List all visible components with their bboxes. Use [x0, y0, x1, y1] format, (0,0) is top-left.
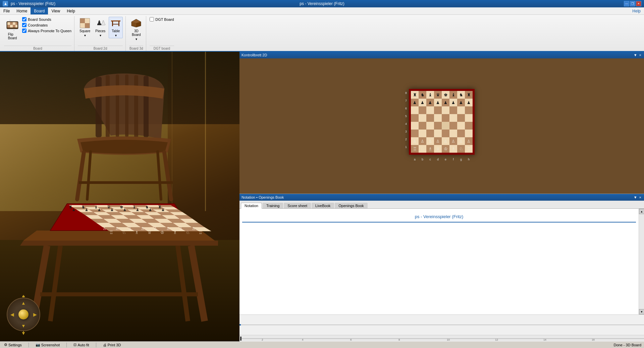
- ribbon-group-dgt-content: DGT Board: [150, 17, 174, 45]
- pieces-button[interactable]: ♟ ♙ Pieces ▾: [93, 17, 107, 38]
- board-sounds-checkbox[interactable]: Board Sounds: [22, 17, 71, 22]
- svg-text:4: 4: [302, 338, 304, 341]
- board-sounds-input[interactable]: [22, 17, 26, 21]
- notation-minimize-btn[interactable]: ▼: [633, 195, 638, 199]
- tab-livebook[interactable]: LiveBook: [312, 203, 334, 208]
- svg-text:♟: ♟: [110, 208, 114, 212]
- nav-plus-button[interactable]: +: [22, 330, 25, 336]
- svg-text:♙: ♙: [179, 226, 183, 231]
- menu-file[interactable]: File: [0, 7, 13, 14]
- tab-score-sheet[interactable]: Score sheet: [284, 203, 311, 208]
- screenshot-button[interactable]: 📷 Screenshot: [34, 343, 61, 347]
- svg-rect-30: [134, 75, 138, 137]
- nav-left-button[interactable]: ◀: [9, 311, 15, 317]
- ribbon-group-board3d-label: Board 3d: [129, 46, 143, 51]
- ribbon-group-dgt: DGT Board DGT board: [147, 16, 176, 51]
- menu-help[interactable]: Help: [63, 7, 78, 14]
- board-2d-container: 8 7 6 5 4 3 2 1 ♜ ♞: [239, 58, 644, 194]
- evaluation-graph: 2 4 6 8 10 12 14 16: [239, 314, 644, 341]
- auto-fit-icon: ⊡: [73, 343, 76, 347]
- menu-home[interactable]: Home: [13, 7, 31, 14]
- 3dboard-icon: [131, 18, 142, 29]
- svg-text:♟: ♟: [136, 208, 139, 212]
- close-button[interactable]: ✕: [636, 1, 641, 6]
- notation-header-btns: ▼ ×: [633, 195, 642, 199]
- notation-game-title: ps - Vereinsspieler (Fritz): [242, 211, 636, 222]
- 3dboard-button[interactable]: 3DBoard ▾: [129, 17, 143, 42]
- nav-center-ball[interactable]: [18, 309, 29, 319]
- tab-training[interactable]: Training: [263, 203, 283, 208]
- ribbon-group-board3d: 3DBoard ▾ Board 3d: [126, 16, 146, 51]
- dgt-board-checkbox[interactable]: DGT Board: [150, 17, 174, 22]
- notation-panel-title: Notation • Openings Book: [241, 195, 284, 199]
- 3dboard-label: 3DBoard: [132, 29, 141, 37]
- svg-text:♙: ♙: [154, 226, 157, 231]
- always-promote-label: Always Promote To Queen: [28, 29, 71, 33]
- svg-text:↓: ↓: [13, 29, 15, 31]
- auto-fit-label: Auto fit: [77, 343, 89, 347]
- dgt-board-input[interactable]: [150, 17, 154, 21]
- scrollbar-track: [639, 214, 644, 309]
- kontroll-header-btns: ▼ ×: [633, 53, 642, 57]
- notation-close-btn[interactable]: ×: [639, 195, 642, 199]
- square-button[interactable]: Square ▾: [78, 17, 92, 38]
- auto-fit-button[interactable]: ⊡ Auto fit: [72, 343, 90, 347]
- svg-text:↑: ↑: [9, 19, 11, 21]
- chess-table-svg: ♜ ♞ ♝ ♛ ♚ ♝ ♞ ♜ ♟ ♟ ♟ ♟ ♟ ♟ ♟ ♟ ♙ ♙ ♙: [20, 190, 218, 325]
- scrollbar-up-btn[interactable]: ▲: [639, 209, 644, 214]
- board-rank-labels: 8 7 6 5 4 3 2 1: [402, 89, 410, 151]
- nav-ring: ◀ ▶ ▲ ▼: [7, 298, 40, 331]
- svg-line-34: [50, 246, 60, 321]
- svg-text:♙: ♙: [192, 226, 196, 231]
- settings-button[interactable]: ⚙ Settings: [3, 343, 23, 347]
- nav-up-button[interactable]: ▲: [20, 300, 26, 306]
- status-separator-3: [96, 343, 96, 347]
- screenshot-label: Screenshot: [41, 343, 60, 347]
- titlebar-title: ps - Vereinsspieler (Fritz): [11, 1, 55, 6]
- svg-rect-4: [15, 22, 17, 25]
- svg-text:♕: ♕: [148, 230, 152, 235]
- svg-rect-31: [144, 76, 149, 137]
- svg-text:♙: ♙: [141, 226, 145, 231]
- flip-board-button[interactable]: ↑ ↓ FlipBoard: [4, 17, 21, 42]
- svg-rect-15: [80, 23, 85, 28]
- minimize-button[interactable]: —: [624, 1, 629, 6]
- tab-notation[interactable]: Notation: [241, 203, 262, 209]
- nav-minus-button[interactable]: −: [22, 293, 25, 299]
- board-3d-view[interactable]: ♜ ♞ ♝ ♛ ♚ ♝ ♞ ♜ ♟ ♟ ♟ ♟ ♟ ♟ ♟ ♟ ♙ ♙ ♙: [0, 52, 239, 341]
- svg-rect-13: [85, 23, 90, 28]
- status-separator-1: [29, 343, 29, 347]
- kontroll-close-btn[interactable]: ×: [639, 53, 642, 57]
- scrollbar-down-btn[interactable]: ▼: [639, 309, 644, 314]
- board-2d[interactable]: ♜ ♞ ♝ ♛ ♚ ♝ ♞ ♜ ♟ ♟ ♟ ♟: [409, 89, 475, 155]
- nav-down-button[interactable]: ▼: [20, 323, 26, 329]
- print-3d-button[interactable]: 🖨 Print 3D: [102, 343, 122, 347]
- square-label: Square: [79, 29, 90, 33]
- coordinates-checkbox[interactable]: Coordinates: [22, 22, 71, 28]
- window-controls: — ❐ ✕: [624, 1, 641, 6]
- tab-openings-book[interactable]: Openings Book: [335, 203, 367, 208]
- svg-rect-12: [80, 18, 85, 23]
- menu-view[interactable]: View: [48, 7, 63, 14]
- svg-text:♙: ♙: [100, 19, 106, 27]
- svg-rect-26: [96, 77, 102, 137]
- svg-text:♙: ♙: [128, 226, 132, 231]
- always-promote-checkbox[interactable]: Always Promote To Queen: [22, 28, 71, 33]
- always-promote-input[interactable]: [22, 29, 26, 33]
- table-button[interactable]: Table ▾: [109, 17, 123, 38]
- coordinates-input[interactable]: [22, 23, 26, 27]
- svg-rect-8: [15, 25, 17, 28]
- nav-right-button[interactable]: ▶: [32, 311, 38, 317]
- board-sounds-label: Board Sounds: [28, 17, 51, 21]
- menu-board[interactable]: Board: [31, 7, 48, 14]
- restore-button[interactable]: ❐: [630, 1, 635, 6]
- screenshot-icon: 📷: [36, 343, 40, 347]
- svg-text:♗: ♗: [173, 230, 177, 235]
- kontroll-minimize-btn[interactable]: ▼: [633, 53, 638, 57]
- notation-scrollbar[interactable]: ▲ ▼: [639, 209, 644, 314]
- svg-rect-6: [10, 25, 13, 28]
- svg-rect-134: [239, 324, 241, 326]
- ribbon-group-board: ↑ ↓ FlipBoard Board Sounds Coordinates: [1, 16, 74, 51]
- notation-body: ps - Vereinsspieler (Fritz) ▲ ▼: [239, 209, 644, 314]
- help-right[interactable]: Help: [629, 8, 644, 14]
